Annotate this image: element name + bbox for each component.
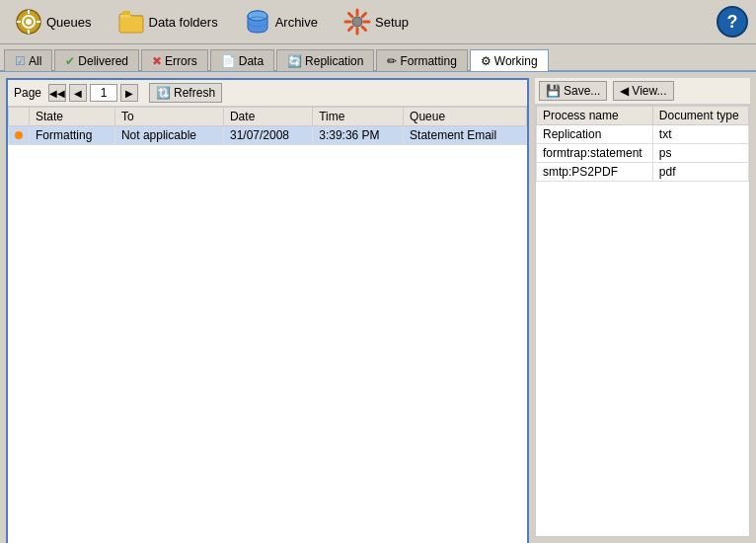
cell-doctype-0: txt: [652, 125, 748, 144]
svg-rect-8: [122, 11, 130, 15]
toolbar: Queues Data folders Archive: [0, 0, 756, 44]
cell-process-2: smtp:PS2PDF: [537, 163, 653, 182]
row-indicator: [9, 126, 30, 145]
svg-line-17: [349, 14, 353, 18]
page-input[interactable]: [90, 84, 117, 102]
archive-button[interactable]: Archive: [237, 5, 325, 39]
col-doc-type: Document type: [652, 107, 748, 125]
main-panel-wrap: Page ◀◀ ◀ ▶ 🔃 Refresh State To Date: [6, 78, 529, 537]
right-toolbar: 💾 Save... ◀ View...: [535, 78, 750, 105]
tab-data[interactable]: 📄 Data: [210, 49, 274, 71]
queues-button[interactable]: Queues: [8, 5, 99, 39]
tab-replication-icon: 🔄: [287, 54, 302, 68]
tab-all[interactable]: ☑ All: [4, 49, 52, 71]
setup-icon: [343, 8, 371, 36]
tab-replication[interactable]: 🔄 Replication: [276, 49, 374, 71]
cell-state: Formatting: [30, 126, 115, 145]
prev-page-button[interactable]: ◀: [69, 84, 87, 102]
cell-date: 31/07/2008: [223, 126, 312, 145]
data-folders-button[interactable]: Data folders: [111, 5, 225, 39]
cell-process-1: formtrap:statement: [537, 144, 653, 163]
cell-to: Not applicable: [114, 126, 223, 145]
col-state: State: [30, 108, 115, 126]
pagination-bar: Page ◀◀ ◀ ▶ 🔃 Refresh: [8, 80, 527, 107]
col-queue: Queue: [404, 108, 527, 126]
table-row[interactable]: Formatting Not applicable 31/07/2008 3:3…: [9, 126, 527, 145]
svg-line-20: [349, 27, 353, 31]
col-time: Time: [313, 108, 404, 126]
tab-data-icon: 📄: [221, 54, 236, 68]
process-table: Process name Document type Replication t…: [536, 106, 749, 182]
process-row[interactable]: Replication txt: [537, 125, 749, 144]
col-date: Date: [223, 108, 312, 126]
col-to: To: [114, 108, 223, 126]
process-row[interactable]: smtp:PS2PDF pdf: [537, 163, 749, 182]
svg-point-10: [248, 11, 267, 21]
content-area: Page ◀◀ ◀ ▶ 🔃 Refresh State To Date: [0, 72, 756, 543]
data-folders-icon: [117, 8, 145, 36]
tab-errors[interactable]: ✖ Errors: [141, 49, 208, 71]
col-process-name: Process name: [537, 107, 653, 125]
svg-point-12: [352, 17, 362, 27]
refresh-button[interactable]: 🔃 Refresh: [149, 83, 222, 103]
right-panel: 💾 Save... ◀ View... Process name Documen…: [535, 78, 750, 537]
tab-working[interactable]: ⚙ Working: [470, 49, 549, 71]
tab-errors-icon: ✖: [152, 54, 162, 68]
save-button[interactable]: 💾 Save...: [539, 81, 607, 101]
page-label: Page: [14, 86, 41, 100]
view-button[interactable]: ◀ View...: [613, 81, 673, 101]
svg-line-19: [362, 14, 366, 18]
cell-doctype-2: pdf: [652, 163, 748, 182]
cell-queue: Statement Email: [404, 126, 527, 145]
queues-icon: [15, 8, 42, 36]
cell-doctype-1: ps: [652, 144, 748, 163]
save-icon: 💾: [546, 84, 561, 98]
svg-rect-7: [119, 16, 143, 33]
svg-line-18: [362, 27, 366, 31]
main-panel: Page ◀◀ ◀ ▶ 🔃 Refresh State To Date: [6, 78, 529, 543]
data-folders-label: Data folders: [149, 15, 218, 30]
setup-label: Setup: [375, 15, 409, 30]
setup-button[interactable]: Setup: [337, 5, 416, 39]
tab-delivered[interactable]: ✔ Delivered: [54, 49, 139, 71]
data-table: State To Date Time Queue Formatting Not …: [8, 107, 527, 145]
col-indicator: [9, 108, 30, 126]
tab-delivered-icon: ✔: [65, 54, 75, 68]
first-page-button[interactable]: ◀◀: [48, 84, 66, 102]
process-row[interactable]: formtrap:statement ps: [537, 144, 749, 163]
state-dot-icon: [15, 131, 23, 139]
cell-time: 3:39:36 PM: [313, 126, 404, 145]
svg-point-6: [26, 19, 32, 25]
tab-all-icon: ☑: [15, 54, 26, 68]
tab-working-icon: ⚙: [481, 54, 491, 68]
tab-formatting-icon: ✏: [387, 54, 397, 68]
help-button[interactable]: ?: [717, 6, 748, 38]
tabs-row: ☑ All ✔ Delivered ✖ Errors 📄 Data 🔄 Repl…: [0, 44, 756, 72]
queues-label: Queues: [46, 15, 92, 30]
archive-label: Archive: [275, 15, 318, 30]
cell-process-0: Replication: [537, 125, 653, 144]
next-page-button[interactable]: ▶: [120, 84, 138, 102]
tab-formatting[interactable]: ✏ Formatting: [376, 49, 467, 71]
archive-icon: [244, 8, 271, 36]
right-content: Process name Document type Replication t…: [535, 105, 750, 537]
view-icon: ◀: [620, 84, 629, 98]
refresh-icon: 🔃: [156, 86, 171, 100]
